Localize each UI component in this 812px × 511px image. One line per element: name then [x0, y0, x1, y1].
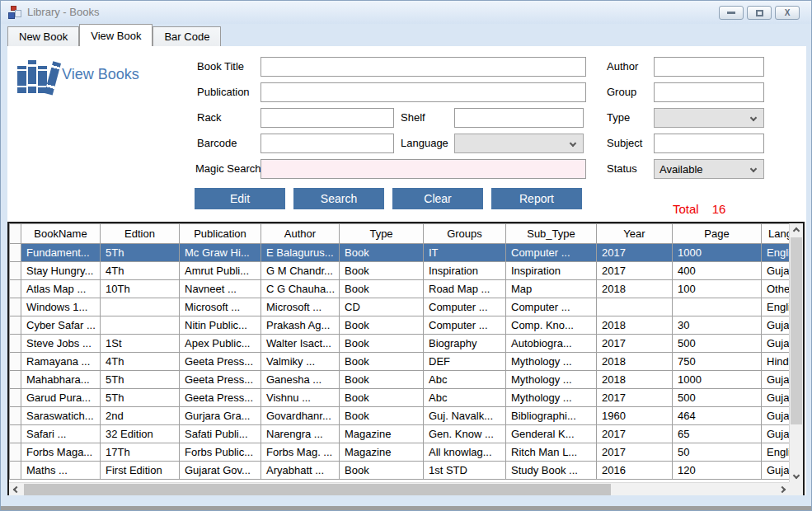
- table-cell[interactable]: Gujar: [762, 316, 790, 335]
- column-header-sub_type[interactable]: Sub_Type: [506, 224, 597, 244]
- table-cell[interactable]: Book: [340, 353, 424, 371]
- table-cell[interactable]: Road Map ...: [424, 280, 506, 298]
- subject-input[interactable]: [654, 134, 764, 153]
- table-cell[interactable]: 30: [673, 316, 762, 335]
- table-cell[interactable]: Geeta Press...: [180, 371, 261, 389]
- table-cell[interactable]: Book: [340, 389, 424, 407]
- shelf-input[interactable]: [454, 108, 584, 128]
- table-cell[interactable]: Cyber Safar ...: [21, 316, 101, 335]
- table-cell[interactable]: 2016: [597, 462, 673, 480]
- row-header-cell[interactable]: [10, 280, 21, 298]
- table-cell[interactable]: 1St: [101, 335, 180, 353]
- column-header-year[interactable]: Year: [597, 224, 673, 244]
- table-cell[interactable]: 120: [673, 462, 762, 480]
- minimize-button[interactable]: [719, 6, 744, 20]
- tab-new-book[interactable]: New Book: [7, 26, 79, 46]
- table-cell[interactable]: Book: [340, 244, 424, 262]
- barcode-input[interactable]: [260, 134, 394, 153]
- table-cell[interactable]: Prakash Ag...: [261, 316, 340, 335]
- table-cell[interactable]: Abc: [424, 371, 506, 389]
- language-select[interactable]: [454, 134, 584, 153]
- table-cell[interactable]: 464: [673, 407, 762, 425]
- table-cell[interactable]: Book: [340, 280, 424, 298]
- table-cell[interactable]: 5Th: [101, 244, 180, 262]
- column-header-edtion[interactable]: Edtion: [101, 224, 180, 244]
- publication-input[interactable]: [260, 82, 586, 102]
- table-cell[interactable]: 2017: [597, 389, 673, 407]
- table-cell[interactable]: Computer ...: [424, 298, 506, 316]
- group-input[interactable]: [654, 82, 764, 102]
- table-cell[interactable]: Abc: [424, 389, 506, 407]
- column-header-page[interactable]: Page: [673, 224, 762, 244]
- table-cell[interactable]: Geeta Press...: [180, 389, 261, 407]
- clear-button[interactable]: Clear: [392, 188, 483, 209]
- table-cell[interactable]: Mythology ...: [506, 389, 597, 407]
- table-cell[interactable]: 2017: [597, 425, 673, 443]
- row-header-cell[interactable]: [10, 443, 21, 462]
- magic-search-input[interactable]: [260, 159, 586, 179]
- table-cell[interactable]: Autobiogra...: [506, 335, 597, 353]
- table-cell[interactable]: Mythology ...: [506, 371, 597, 389]
- table-cell[interactable]: Gen. Know ...: [424, 425, 506, 443]
- book-title-input[interactable]: [260, 57, 586, 77]
- table-row[interactable]: Forbs Maga...17ThForbs Public...Forbs Ma…: [10, 443, 790, 462]
- table-row[interactable]: Stay Hungry...4ThAmrut Publi...G M Chand…: [10, 262, 790, 280]
- table-cell[interactable]: Govardhanr...: [261, 407, 340, 425]
- row-header-cell[interactable]: [10, 298, 21, 316]
- table-row[interactable]: Cyber Safar ...Nitin Public...Prakash Ag…: [10, 316, 790, 335]
- table-cell[interactable]: Geeta Press...: [180, 353, 261, 371]
- table-cell[interactable]: Safati Publi...: [180, 425, 261, 443]
- table-cell[interactable]: 2017: [597, 262, 673, 280]
- table-cell[interactable]: Microsoft ...: [261, 298, 340, 316]
- close-button[interactable]: X: [775, 6, 800, 20]
- table-cell[interactable]: Gujar: [762, 425, 790, 443]
- table-cell[interactable]: Mahabhara...: [21, 371, 101, 389]
- table-cell[interactable]: Gujarat Gov...: [180, 462, 261, 480]
- tab-view-book[interactable]: View Book: [79, 24, 153, 46]
- table-cell[interactable]: 5Th: [101, 371, 180, 389]
- table-cell[interactable]: Microsoft ...: [180, 298, 261, 316]
- table-cell[interactable]: Gujar: [762, 371, 790, 389]
- table-cell[interactable]: CD: [340, 298, 424, 316]
- table-cell[interactable]: Atlas Map ...: [21, 280, 101, 298]
- table-cell[interactable]: Steve Jobs ...: [21, 335, 101, 353]
- table-cell[interactable]: Stay Hungry...: [21, 262, 101, 280]
- table-cell[interactable]: Biography: [424, 335, 506, 353]
- table-cell[interactable]: Inspiration: [506, 262, 597, 280]
- table-cell[interactable]: Gujar: [762, 407, 790, 425]
- column-header-author[interactable]: Author: [261, 224, 340, 244]
- table-cell[interactable]: 10Th: [101, 280, 180, 298]
- table-cell[interactable]: 2018: [597, 353, 673, 371]
- scroll-right-button[interactable]: [775, 483, 789, 496]
- table-cell[interactable]: Hindi: [762, 353, 790, 371]
- table-cell[interactable]: 1st STD: [424, 462, 506, 480]
- table-cell[interactable]: Book: [340, 316, 424, 335]
- table-cell[interactable]: Guj. Navalk...: [424, 407, 506, 425]
- maximize-button[interactable]: [747, 6, 772, 20]
- table-row[interactable]: Windows 1...Microsoft ...Microsoft ...CD…: [10, 298, 790, 316]
- table-cell[interactable]: DEF: [424, 353, 506, 371]
- table-cell[interactable]: 2018: [597, 371, 673, 389]
- table-cell[interactable]: 2nd: [101, 407, 180, 425]
- table-cell[interactable]: Comp. Kno...: [506, 316, 597, 335]
- table-cell[interactable]: Valmiky ...: [261, 353, 340, 371]
- author-input[interactable]: [654, 57, 764, 77]
- table-cell[interactable]: Othe: [762, 280, 790, 298]
- table-cell[interactable]: Magazine: [340, 443, 424, 462]
- table-cell[interactable]: 1000: [673, 371, 762, 389]
- table-cell[interactable]: Fundament...: [21, 244, 101, 262]
- type-select[interactable]: [654, 108, 764, 128]
- table-cell[interactable]: All knowlag...: [424, 443, 506, 462]
- table-cell[interactable]: Gurjara Gra...: [180, 407, 261, 425]
- table-cell[interactable]: Engli: [762, 443, 790, 462]
- table-cell[interactable]: Study Book ...: [506, 462, 597, 480]
- row-header-cell[interactable]: [10, 244, 21, 262]
- table-cell[interactable]: Amrut Publi...: [180, 262, 261, 280]
- grid-corner-cell[interactable]: [10, 224, 21, 244]
- table-cell[interactable]: 1960: [597, 407, 673, 425]
- scroll-left-button[interactable]: [9, 483, 23, 496]
- table-cell[interactable]: Safari ...: [21, 425, 101, 443]
- column-header-bookname[interactable]: BookName: [21, 224, 101, 244]
- table-cell[interactable]: 100: [673, 280, 762, 298]
- row-header-cell[interactable]: [10, 462, 21, 480]
